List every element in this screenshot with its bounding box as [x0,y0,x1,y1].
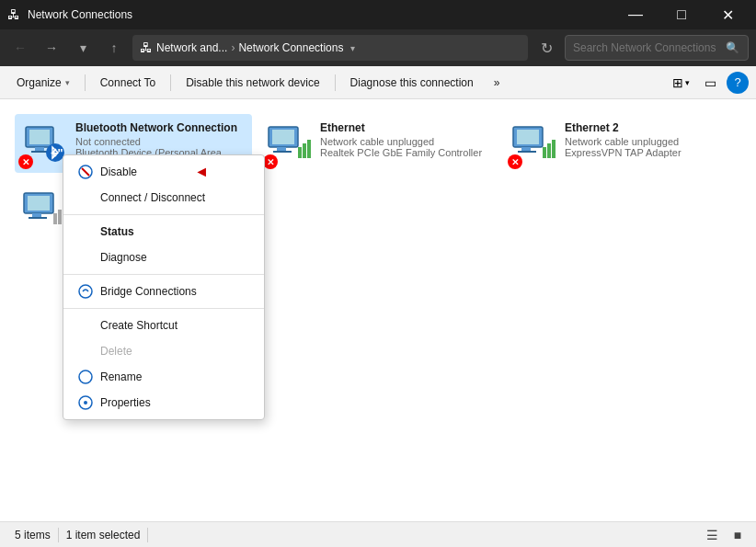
connect-to-label: Connect To [100,76,156,89]
ctx-rename[interactable]: Rename [63,364,264,390]
svg-rect-10 [298,147,302,158]
status-details-view-button[interactable]: ☰ [701,525,723,545]
organize-chevron-icon: ▾ [65,78,70,87]
error-badge-ethernet: ✕ [263,154,278,169]
windows-report-icon [22,188,66,232]
up-button[interactable]: ↑ [101,35,127,61]
breadcrumb-bar[interactable]: 🖧 Network and... › Network Connections ▾ [132,35,528,61]
maximize-button[interactable]: □ [660,0,703,29]
ctx-shortcut[interactable]: Create Shortcut [63,313,264,338]
breadcrumb-prefix: Network and... [156,41,227,54]
network-item-ethernet[interactable]: ✕ Ethernet Network cable unplugged Realt… [259,114,497,173]
svg-rect-9 [273,151,292,153]
svg-rect-21 [28,196,50,211]
ctx-status-icon [78,224,93,239]
svg-point-29 [79,370,92,383]
svg-rect-15 [521,147,531,151]
ctx-shortcut-label: Create Shortcut [100,319,178,332]
dropdown-button[interactable]: ▾ [70,35,96,61]
more-options-button[interactable]: » [485,73,510,93]
title-bar: 🖧 Network Connections — □ ✕ [0,0,756,29]
svg-rect-14 [517,130,539,144]
ctx-diagnose-icon [78,250,93,265]
ctx-properties-icon [78,395,93,410]
svg-rect-19 [552,140,556,158]
breadcrumb-chevron-icon: ▾ [350,43,355,53]
ctx-properties[interactable]: Properties [63,390,264,416]
toolbar-separator-1 [85,74,86,91]
status-separator-2 [147,528,148,542]
window-controls: — □ ✕ [614,0,749,29]
close-button[interactable]: ✕ [706,0,749,29]
ethernet2-driver: ExpressVPN TAP Adapter [565,147,734,158]
context-menu: Disable ◄ Connect / Disconnect Status Di… [63,154,265,420]
search-box: 🔍 [565,35,749,61]
ctx-disable[interactable]: Disable ◄ [63,159,264,185]
organize-button[interactable]: Organize ▾ [7,73,79,93]
ctx-connect-icon [78,190,93,205]
ctx-rename-icon [78,370,93,384]
ctx-rename-label: Rename [100,370,142,383]
windows-report-icon-wrap [22,188,66,232]
ctx-connect-disconnect[interactable]: Connect / Disconnect [63,185,264,211]
item-count: 5 items [7,529,58,541]
more-icon: » [494,76,500,89]
svg-rect-23 [29,217,47,219]
ctx-divider-3 [63,308,264,309]
refresh-button[interactable]: ↻ [533,35,559,61]
ctx-delete: Delete [63,338,264,364]
svg-point-31 [84,401,87,405]
error-badge-bluetooth: ✕ [18,154,33,169]
breadcrumb-icon: 🖧 [140,40,153,55]
connect-to-button[interactable]: Connect To [91,73,166,93]
svg-rect-7 [272,130,294,144]
selected-count: 1 item selected [59,529,148,541]
svg-point-28 [79,285,92,298]
diagnose-label: Diagnose this connection [350,76,474,89]
bluetooth-name: Bluetooth Network Connection [75,121,245,134]
view-options-button[interactable]: ⊞ ▾ [668,70,693,96]
ctx-bridge-label: Bridge Connections [100,285,197,298]
svg-rect-3 [31,151,48,153]
status-tiles-view-button[interactable]: ■ [727,525,749,545]
disable-network-button[interactable]: Disable this network device [177,73,328,93]
bluetooth-icon-wrap: +" ✕ [22,121,66,165]
diagnose-button[interactable]: Diagnose this connection [341,73,483,93]
breadcrumb-sep: › [231,41,235,54]
ethernet-icon-wrap: ✕ [267,121,311,165]
bluetooth-info: Bluetooth Network Connection Not connect… [75,121,245,158]
address-bar: ← → ▾ ↑ 🖧 Network and... › Network Conne… [0,29,756,66]
network-item-ethernet2[interactable]: ✕ Ethernet 2 Network cable unplugged Exp… [504,114,741,173]
help-button[interactable]: ? [727,72,749,94]
ctx-shortcut-icon [78,318,93,333]
ctx-diagnose-label: Diagnose [100,251,147,264]
svg-rect-16 [518,151,536,153]
toolbar-separator-3 [335,74,336,91]
svg-rect-17 [543,147,546,158]
back-button[interactable]: ← [7,35,33,61]
pane-button[interactable]: ▭ [697,70,723,96]
ctx-connect-label: Connect / Disconnect [100,191,205,204]
ctx-properties-label: Properties [100,396,151,409]
bluetooth-status: Not connected [75,136,245,147]
view-chevron-icon: ▾ [685,78,690,87]
search-input[interactable] [573,41,720,54]
ethernet2-name: Ethernet 2 [565,121,734,134]
ethernet-driver: Realtek PCIe GbE Family Controller [320,147,489,158]
ctx-delete-icon [78,344,93,359]
ctx-disable-label: Disable [100,165,137,178]
ctx-bridge[interactable]: Bridge Connections [63,279,264,304]
ethernet2-icon-wrap: ✕ [511,121,556,165]
svg-rect-8 [277,147,286,151]
svg-rect-11 [303,143,306,158]
main-content: +" ✕ Bluetooth Network Connection Not co… [0,99,756,521]
disable-label: Disable this network device [186,76,319,89]
ethernet-name: Ethernet [320,121,489,134]
ctx-status-label: Status [100,225,134,238]
minimize-button[interactable]: — [614,0,657,29]
forward-button[interactable]: → [39,35,64,61]
ctx-divider-1 [63,214,264,215]
ctx-diagnose[interactable]: Diagnose [63,245,264,270]
ctx-disable-icon [78,165,93,179]
ctx-status[interactable]: Status [63,219,264,245]
